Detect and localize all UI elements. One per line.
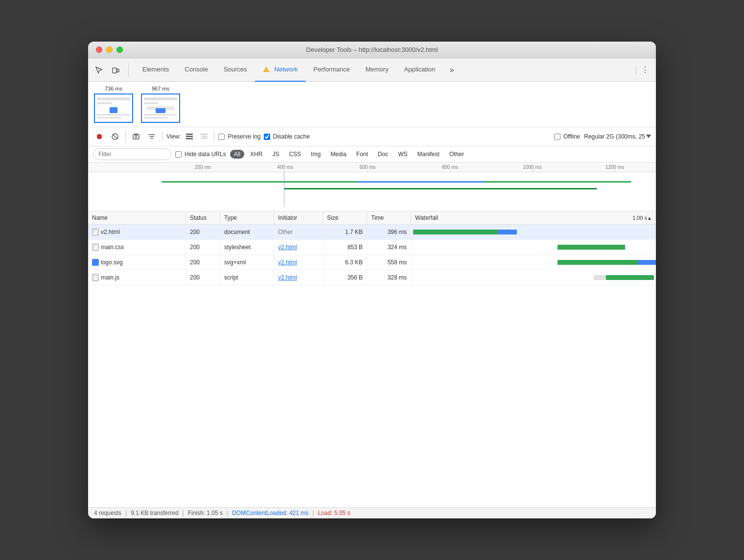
svg-rect-21 xyxy=(186,136,193,138)
svg-rect-10 xyxy=(144,102,159,104)
svg-rect-0 xyxy=(113,68,116,73)
table-row[interactable]: logo.svg 200 svg+xml v2.html 6.3 KB 558 … xyxy=(88,255,656,270)
svg-point-18 xyxy=(135,136,137,138)
timeline-tracks xyxy=(88,172,656,207)
filter-type-css[interactable]: CSS xyxy=(285,150,305,159)
record-button[interactable]: ⏺ xyxy=(93,130,106,143)
tab-elements[interactable]: Elements xyxy=(135,58,177,82)
filter-type-all[interactable]: All xyxy=(230,150,244,159)
throttle-selector[interactable]: Regular 2G (300ms, 25 xyxy=(584,133,651,140)
table-row[interactable]: main.css 200 stylesheet v2.html 853 B 32… xyxy=(88,240,656,255)
toolbar-separator-3 xyxy=(214,132,214,141)
row-4-time: 328 ms xyxy=(367,270,411,285)
tab-memory[interactable]: Memory xyxy=(358,58,396,82)
device-toggle-icon[interactable] xyxy=(109,63,122,77)
devtools-menu-button[interactable]: ⋮ xyxy=(638,63,652,77)
view-label: View: xyxy=(166,133,181,140)
col-type[interactable]: Type xyxy=(220,211,274,224)
col-status[interactable]: Status xyxy=(186,211,220,224)
tab-icon-group xyxy=(92,63,129,77)
filter-bar: Hide data URLs All XHR JS CSS Img Media … xyxy=(88,146,656,163)
filter-type-ws[interactable]: WS xyxy=(394,150,411,159)
inspect-element-icon[interactable] xyxy=(92,63,106,77)
filter-type-img[interactable]: Img xyxy=(307,150,325,159)
svg-marker-27 xyxy=(646,135,651,138)
svg-icon xyxy=(92,259,99,266)
close-button[interactable] xyxy=(96,47,102,53)
filter-type-manifest[interactable]: Manifest xyxy=(414,150,443,159)
filter-type-media[interactable]: Media xyxy=(326,150,350,159)
tab-sources[interactable]: Sources xyxy=(216,58,255,82)
col-initiator[interactable]: Initiator xyxy=(274,211,323,224)
hide-data-urls-label: Hide data URLs xyxy=(185,151,226,158)
status-bar: 4 requests | 9.1 KB transferred | Finish… xyxy=(88,507,656,518)
disable-cache-group[interactable]: Disable cache xyxy=(264,133,310,140)
svg-rect-20 xyxy=(186,134,193,135)
table-row[interactable]: main.js 200 script v2.html 356 B 328 ms xyxy=(88,270,656,285)
filter-type-other[interactable]: Other xyxy=(445,150,468,159)
col-size[interactable]: Size xyxy=(323,211,367,224)
filter-type-doc[interactable]: Doc xyxy=(374,150,392,159)
filmstrip-frame-1[interactable]: 736 ms xyxy=(94,86,133,123)
offline-checkbox[interactable] xyxy=(554,134,560,140)
row-1-blue-bar xyxy=(497,230,516,234)
filter-type-xhr[interactable]: XHR xyxy=(246,150,266,159)
row-3-initiator[interactable]: v2.html xyxy=(274,255,323,270)
toolbar-separator-2 xyxy=(162,132,163,141)
filter-type-font[interactable]: Font xyxy=(352,150,372,159)
svg-line-16 xyxy=(113,135,117,139)
view-tree-button[interactable] xyxy=(198,131,210,142)
col-waterfall[interactable]: Waterfall 1.00 s ▲ xyxy=(411,211,656,224)
filter-input[interactable] xyxy=(93,148,171,160)
filmstrip-frame-2[interactable]: 967 ms xyxy=(141,86,180,123)
row-3-name: logo.svg xyxy=(88,255,186,270)
row-3-status: 200 xyxy=(186,255,220,270)
status-dom-content[interactable]: DOMContentLoaded: 421 ms xyxy=(232,510,308,516)
view-list-button[interactable] xyxy=(184,131,195,142)
row-1-initiator: Other xyxy=(274,225,323,239)
col-time[interactable]: Time xyxy=(367,211,411,224)
hide-data-urls-checkbox[interactable] xyxy=(175,151,182,158)
disable-cache-checkbox[interactable] xyxy=(264,134,270,140)
filter-button[interactable] xyxy=(145,130,158,143)
frame-1-thumb[interactable] xyxy=(94,93,133,123)
row-2-size: 853 B xyxy=(323,240,367,255)
tab-network[interactable]: ! Network xyxy=(255,58,306,82)
clear-button[interactable] xyxy=(109,130,121,143)
maximize-button[interactable] xyxy=(116,47,123,53)
offline-group[interactable]: Offline xyxy=(554,133,580,140)
preserve-log-group[interactable]: Preserve log xyxy=(218,133,260,140)
row-4-size: 356 B xyxy=(323,270,367,285)
svg-rect-22 xyxy=(186,138,193,140)
hide-data-urls-group[interactable]: Hide data URLs xyxy=(175,151,226,158)
minimize-button[interactable] xyxy=(106,47,113,53)
preserve-log-checkbox[interactable] xyxy=(218,134,225,140)
row-1-green-bar xyxy=(413,230,497,234)
screenshot-button[interactable] xyxy=(130,130,142,143)
row-2-initiator[interactable]: v2.html xyxy=(274,240,323,255)
frame-2-thumb[interactable] xyxy=(141,93,180,123)
tab-console[interactable]: Console xyxy=(177,58,216,82)
svg-rect-24 xyxy=(202,136,208,137)
svg-rect-4 xyxy=(97,97,130,100)
svg-rect-13 xyxy=(144,114,177,116)
tick-200: 200 ms xyxy=(162,164,244,170)
row-4-green-bar xyxy=(606,275,654,280)
row-2-type: stylesheet xyxy=(220,240,274,255)
row-1-size: 1.7 KB xyxy=(323,225,367,239)
svg-rect-23 xyxy=(201,134,208,135)
filter-type-js[interactable]: JS xyxy=(268,150,283,159)
row-4-initiator[interactable]: v2.html xyxy=(274,270,323,285)
status-finish: Finish: 1.05 s xyxy=(188,510,223,516)
toolbar-separator-1 xyxy=(125,132,126,141)
filter-types: All XHR JS CSS Img Media Font Doc WS Man… xyxy=(230,150,468,159)
more-tabs-button[interactable]: » xyxy=(445,63,459,77)
tab-application[interactable]: Application xyxy=(396,58,443,82)
table-row[interactable]: v2.html 200 document Other 1.7 KB 396 ms xyxy=(88,225,656,240)
col-name[interactable]: Name xyxy=(88,211,186,224)
tab-performance[interactable]: Performance xyxy=(305,58,357,82)
toolbar-right: Offline Regular 2G (300ms, 25 xyxy=(554,133,651,140)
title-bar: Developer Tools – http://localhost:3000/… xyxy=(88,42,656,58)
requests-table: Name Status Type Initiator Size Time Wat… xyxy=(88,211,656,507)
css-icon xyxy=(92,243,99,251)
